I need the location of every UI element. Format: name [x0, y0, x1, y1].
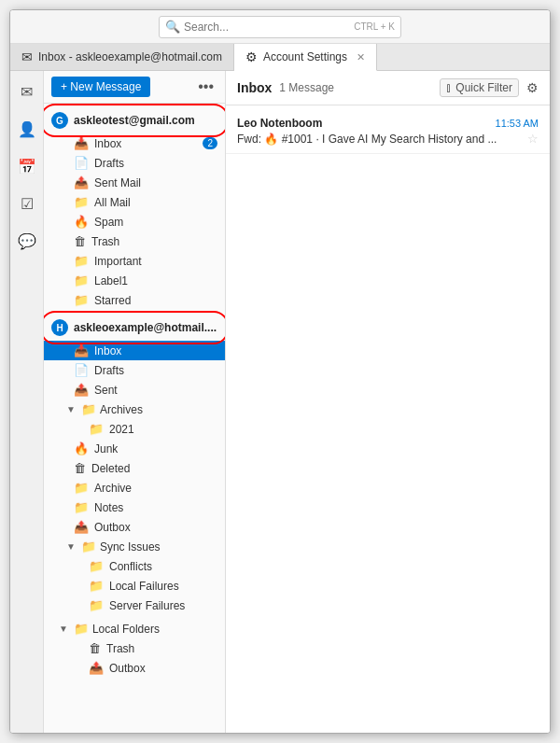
- folder-label1-gmail[interactable]: 📁 Label1: [44, 271, 225, 290]
- archive-hotmail-label: Archive: [94, 482, 132, 495]
- folder-spam-gmail[interactable]: 🔥 Spam: [44, 212, 225, 231]
- message-item[interactable]: Leo Notenboom 11:53 AM Fwd: 🔥 #1001 · I …: [226, 109, 550, 154]
- folder-sent-hotmail[interactable]: 📤 Sent: [44, 380, 225, 400]
- sentmail-gmail-icon: 📤: [74, 175, 89, 189]
- message-row-bottom: Fwd: 🔥 #1001 · I Gave AI My Search Histo…: [237, 132, 539, 146]
- local-folders-icon: 📁: [74, 622, 89, 636]
- tab-inbox-label: Inbox - askleoexample@hotmail.com: [38, 50, 222, 63]
- drafts-gmail-icon: 📄: [74, 156, 89, 170]
- allmail-gmail-label: All Mail: [94, 196, 131, 209]
- tasks-rail-icon[interactable]: ☑: [14, 190, 40, 217]
- message-subject: Fwd: 🔥 #1001 · I Gave AI My Search Histo…: [237, 133, 497, 146]
- archives-collapse-icon: ▼: [66, 404, 76, 414]
- drafts-hotmail-icon: 📄: [74, 363, 89, 377]
- mail-rail-icon[interactable]: ✉: [14, 78, 40, 105]
- folder-tree: G askleotest@gmail.com 📥 Inbox 2 📄 Draft…: [44, 104, 225, 733]
- filter-settings-icon[interactable]: ⚙: [526, 80, 539, 95]
- tab-account-settings[interactable]: ⚙ Account Settings ✕: [234, 44, 377, 71]
- folder-trash-gmail[interactable]: 🗑 Trash: [44, 231, 225, 251]
- trash-gmail-label: Trash: [91, 235, 119, 248]
- 2021-hotmail-icon: 📁: [89, 422, 104, 436]
- folder-trash-local[interactable]: 🗑 Trash: [44, 638, 225, 658]
- folder-sentmail-gmail[interactable]: 📤 Sent Mail: [44, 173, 225, 192]
- trash-local-label: Trash: [106, 642, 134, 655]
- message-pane-header: Inbox 1 Message ⫿ Quick Filter ⚙: [226, 71, 550, 105]
- trash-gmail-icon: 🗑: [74, 234, 86, 248]
- account-hotmail-header[interactable]: H askleoexample@hotmail....: [44, 315, 225, 341]
- folder-starred-gmail[interactable]: 📁 Starred: [44, 290, 225, 310]
- person-rail-icon[interactable]: 👤: [14, 116, 40, 142]
- sync-hotmail-label: Sync Issues: [100, 540, 161, 554]
- sentmail-gmail-label: Sent Mail: [94, 176, 141, 189]
- folder-sidebar: + New Message ••• G askleotest@gmail.com…: [44, 71, 226, 733]
- inbox-hotmail-icon: 📥: [74, 343, 89, 357]
- folder-inbox-hotmail[interactable]: 📥 Inbox: [44, 341, 225, 360]
- junk-hotmail-label: Junk: [94, 442, 118, 456]
- folder-junk-hotmail[interactable]: 🔥 Junk: [44, 439, 225, 458]
- folder-deleted-hotmail[interactable]: 🗑 Deleted: [44, 458, 225, 478]
- server-failures-label: Server Failures: [109, 599, 185, 612]
- calendar-rail-icon[interactable]: 📅: [14, 153, 40, 179]
- search-box[interactable]: 🔍 CTRL + K: [159, 16, 401, 38]
- archives-hotmail-label: Archives: [100, 403, 143, 416]
- account-divider: [51, 312, 217, 313]
- spam-gmail-icon: 🔥: [74, 215, 89, 229]
- icon-rail: ✉ 👤 📅 ☑ 💬: [10, 71, 44, 733]
- tab-bar: ✉ Inbox - askleoexample@hotmail.com ⚙ Ac…: [10, 44, 550, 71]
- folder-outbox-hotmail[interactable]: 📤 Outbox: [44, 517, 225, 537]
- pane-actions: ⫿ Quick Filter ⚙: [440, 78, 539, 97]
- quick-filter-button[interactable]: ⫿ Quick Filter: [440, 78, 519, 97]
- folder-archive-hotmail[interactable]: 📁 Archive: [44, 478, 225, 498]
- folder-conflicts-hotmail[interactable]: 📁 Conflicts: [44, 556, 225, 576]
- sidebar-more-button[interactable]: •••: [194, 77, 217, 97]
- folder-archives-hotmail[interactable]: ▼ 📁 Archives: [44, 400, 225, 419]
- tab-inbox-icon: ✉: [21, 49, 33, 64]
- label1-gmail-icon: 📁: [74, 273, 89, 287]
- folder-local-failures-hotmail[interactable]: 📁 Local Failures: [44, 576, 225, 596]
- drafts-gmail-label: Drafts: [94, 157, 124, 170]
- conflicts-hotmail-label: Conflicts: [109, 560, 152, 573]
- 2021-hotmail-label: 2021: [109, 423, 134, 436]
- message-row-top: Leo Notenboom 11:53 AM: [237, 117, 539, 130]
- gmail-account-email: askleotest@gmail.com: [74, 114, 195, 127]
- tab-settings-label: Account Settings: [263, 50, 347, 63]
- message-star-icon[interactable]: ☆: [527, 132, 539, 146]
- sent-hotmail-icon: 📤: [74, 383, 89, 397]
- app-window: 🔍 CTRL + K ✉ Inbox - askleoexample@hotma…: [9, 9, 551, 734]
- message-sender: Leo Notenboom: [237, 117, 322, 130]
- message-pane: Inbox 1 Message ⫿ Quick Filter ⚙ Leo Not…: [226, 71, 550, 733]
- sync-hotmail-icon: 📁: [81, 540, 96, 554]
- conflicts-hotmail-icon: 📁: [89, 559, 104, 573]
- sync-collapse-icon: ▼: [66, 541, 76, 552]
- local-folders-label: Local Folders: [92, 623, 160, 636]
- chat-rail-icon[interactable]: 💬: [14, 228, 40, 254]
- outbox-hotmail-icon: 📤: [74, 520, 89, 534]
- account-gmail-header[interactable]: G askleotest@gmail.com: [44, 107, 225, 133]
- main-layout: ✉ 👤 📅 ☑ 💬 + New Message ••• G askleotest…: [10, 71, 550, 733]
- spam-gmail-label: Spam: [94, 216, 123, 229]
- folder-2021-hotmail[interactable]: 📁 2021: [44, 419, 225, 439]
- tab-inbox[interactable]: ✉ Inbox - askleoexample@hotmail.com: [10, 44, 234, 70]
- new-message-label: + New Message: [61, 80, 141, 93]
- folder-outbox-local[interactable]: 📤 Outbox: [44, 658, 225, 678]
- folder-drafts-gmail[interactable]: 📄 Drafts: [44, 153, 225, 173]
- folder-inbox-gmail[interactable]: 📥 Inbox 2: [44, 133, 225, 153]
- tab-close-icon[interactable]: ✕: [357, 51, 365, 63]
- new-message-button[interactable]: + New Message: [51, 77, 150, 97]
- local-folders-header[interactable]: ▼ 📁 Local Folders: [44, 619, 225, 638]
- allmail-gmail-icon: 📁: [74, 195, 89, 209]
- junk-hotmail-icon: 🔥: [74, 442, 89, 456]
- folder-sync-issues-hotmail[interactable]: ▼ 📁 Sync Issues: [44, 537, 225, 556]
- outbox-local-icon: 📤: [89, 661, 104, 675]
- local-folders-collapse-icon: ▼: [59, 624, 68, 634]
- search-input[interactable]: [184, 21, 350, 34]
- folder-server-failures-hotmail[interactable]: 📁 Server Failures: [44, 596, 225, 615]
- folder-allmail-gmail[interactable]: 📁 All Mail: [44, 192, 225, 212]
- folder-notes-hotmail[interactable]: 📁 Notes: [44, 498, 225, 517]
- starred-gmail-icon: 📁: [74, 293, 89, 307]
- label1-gmail-label: Label1: [94, 274, 128, 287]
- tab-settings-icon: ⚙: [245, 49, 258, 64]
- folder-important-gmail[interactable]: 📁 Important: [44, 251, 225, 271]
- folder-drafts-hotmail[interactable]: 📄 Drafts: [44, 360, 225, 380]
- quick-filter-label: Quick Filter: [455, 81, 512, 94]
